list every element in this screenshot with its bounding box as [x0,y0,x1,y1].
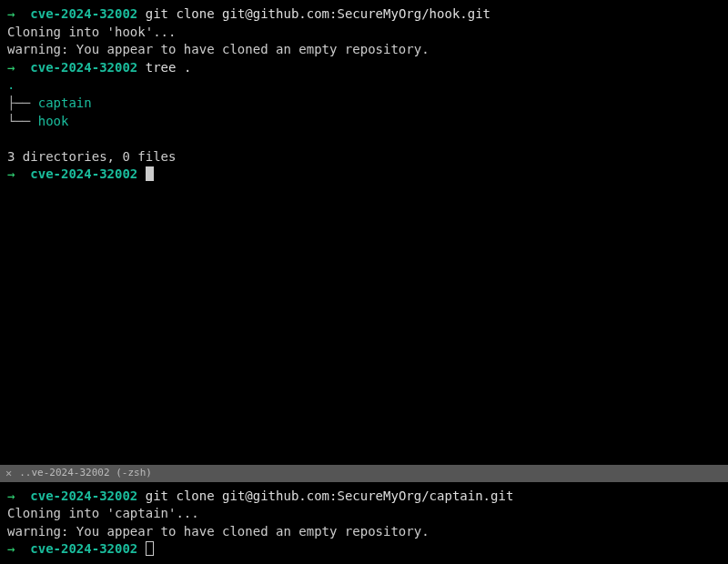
tree-summary: 3 directories, 0 files [7,148,721,166]
prompt-arrow-icon: → [7,60,15,75]
output-line: warning: You appear to have cloned an em… [7,41,721,59]
tree-root: . [7,76,721,95]
command-text: git clone git@github.com:SecureMyOrg/cap… [146,488,514,503]
prompt-arrow-icon: → [7,6,15,21]
terminal-pane-top[interactable]: → cve-2024-32002 git clone git@github.co… [0,0,728,465]
output-line: warning: You appear to have cloned an em… [7,523,721,541]
tree-branch-icon: └── [7,114,38,128]
terminal-pane-bottom[interactable]: ✕ ..ve-2024-32002 (-zsh) → cve-2024-3200… [0,465,728,564]
prompt-arrow-icon: → [7,541,15,556]
terminal-content: → cve-2024-32002 git clone git@github.co… [0,482,728,564]
prompt-dir: cve-2024-32002 [30,60,137,75]
prompt-dir: cve-2024-32002 [30,166,137,181]
prompt-line: → cve-2024-32002 git clone git@github.co… [7,5,721,24]
prompt-arrow-icon: → [7,488,15,503]
tab-bar[interactable]: ✕ ..ve-2024-32002 (-zsh) [0,465,728,482]
cursor-icon [146,541,154,556]
prompt-arrow-icon: → [7,166,15,181]
prompt-line: → cve-2024-32002 tree . [7,59,721,77]
tree-item: ├── captain [7,95,721,113]
tree-item: └── hook [7,113,721,131]
prompt-line: → cve-2024-32002 [7,166,721,184]
output-line: Cloning into 'hook'... [7,24,721,42]
cursor-icon [146,166,154,181]
prompt-dir: cve-2024-32002 [30,6,137,21]
prompt-line: → cve-2024-32002 git clone git@github.co… [7,488,721,506]
tree-branch-icon: ├── [7,96,38,110]
prompt-dir: cve-2024-32002 [30,541,137,556]
command-text: git clone git@github.com:SecureMyOrg/hoo… [146,6,490,21]
tab-close-icon[interactable]: ✕ [5,468,12,478]
tree-dir-name: captain [38,96,92,110]
prompt-dir: cve-2024-32002 [30,488,137,503]
blank-line [7,130,721,148]
tab-title: ..ve-2024-32002 (-zsh) [19,466,152,479]
output-line: Cloning into 'captain'... [7,505,721,523]
tree-dir-name: hook [38,114,69,128]
command-text: tree . [146,60,192,75]
prompt-line: → cve-2024-32002 [7,540,721,559]
